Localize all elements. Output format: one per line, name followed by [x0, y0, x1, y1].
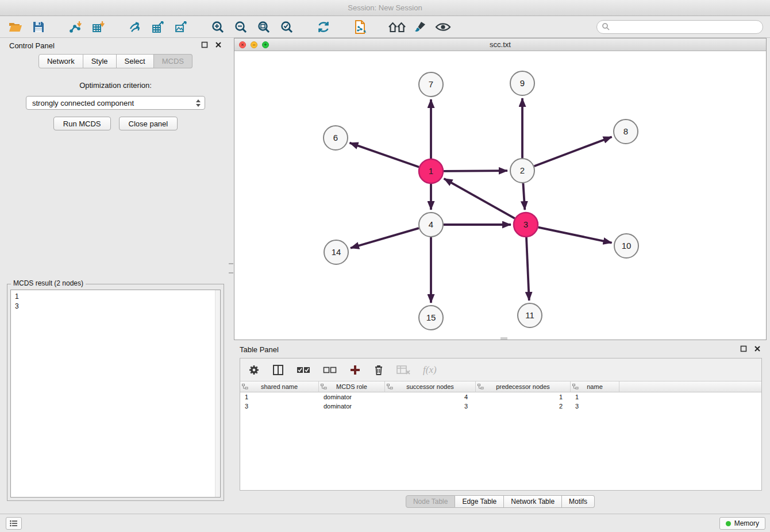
node-15[interactable]: 15 [419, 306, 443, 330]
node-14[interactable]: 14 [324, 240, 348, 264]
deselect-all-icon[interactable] [323, 366, 337, 374]
column-header-successor-nodes[interactable]: successor nodes [385, 381, 476, 392]
result-scrollbar[interactable] [215, 290, 220, 497]
node-11[interactable]: 11 [518, 303, 542, 327]
close-panel-icon[interactable] [215, 41, 222, 50]
table-cell[interactable]: dominator [319, 394, 385, 400]
table-cell[interactable]: dominator [319, 403, 385, 410]
svg-text:9: 9 [520, 78, 525, 88]
table-cell[interactable]: 4 [385, 394, 476, 400]
network-canvas[interactable]: 7968124314101511 [234, 51, 766, 340]
export-image-icon[interactable] [171, 17, 191, 37]
mcds-result-groupbox: MCDS result (2 nodes) 1 3 [7, 284, 224, 501]
node-6[interactable]: 6 [324, 126, 348, 150]
table-cell[interactable]: 3 [385, 403, 476, 410]
save-icon[interactable] [29, 17, 48, 37]
columns-icon[interactable] [272, 364, 284, 376]
node-9[interactable]: 9 [510, 71, 534, 95]
zoom-selected-icon[interactable] [277, 17, 297, 37]
node-3[interactable]: 3 [514, 213, 538, 237]
paint-style-icon[interactable] [410, 17, 430, 37]
node-4[interactable]: 4 [419, 213, 443, 237]
optimization-criterion-label: Optimization criterion: [3, 81, 228, 90]
window-resize-handle[interactable] [500, 337, 507, 340]
export-table-icon[interactable] [148, 17, 168, 37]
zoom-out-icon[interactable] [231, 17, 251, 37]
search-box[interactable] [596, 20, 763, 34]
table-row[interactable]: 3dominator323 [240, 402, 761, 411]
node-8[interactable]: 8 [614, 119, 638, 144]
table-tab-node-table[interactable]: Node Table [406, 495, 456, 508]
svg-text:11: 11 [525, 310, 534, 320]
minimize-window-icon[interactable]: − [251, 41, 257, 48]
edge-3-10[interactable] [538, 228, 612, 243]
node-7[interactable]: 7 [419, 72, 443, 97]
graph-svg: 7968124314101511 [234, 51, 766, 340]
table-cell[interactable]: 3 [240, 403, 319, 410]
tab-style[interactable]: Style [83, 54, 117, 68]
edge-3-11[interactable] [526, 237, 529, 300]
refresh-icon[interactable] [314, 17, 333, 37]
table-cell[interactable]: 1 [476, 394, 571, 400]
tab-select[interactable]: Select [117, 54, 154, 68]
column-header-name[interactable]: name [571, 381, 619, 392]
table-cell[interactable]: 1 [240, 394, 319, 400]
edge-4-14[interactable] [351, 228, 419, 248]
table-tab-motifs[interactable]: Motifs [562, 495, 595, 508]
mcds-result-area[interactable]: 1 3 [10, 290, 221, 498]
table-panel-tabs: Node TableEdge TableNetwork TableMotifs [234, 495, 767, 508]
close-window-icon[interactable]: × [239, 41, 246, 48]
table-body: 1dominator4113dominator323 [240, 392, 761, 411]
eye-icon[interactable] [433, 17, 453, 37]
dropdown-stepper-icon [196, 99, 201, 107]
zoom-fit-icon[interactable] [254, 17, 274, 37]
column-header-predecessor-nodes[interactable]: predecessor nodes [476, 381, 571, 392]
function-builder-icon[interactable]: f(x) [423, 364, 437, 376]
edge-2-8[interactable] [534, 137, 612, 166]
select-all-icon[interactable] [297, 366, 310, 374]
close-table-panel-icon[interactable] [754, 345, 761, 354]
gear-icon[interactable] [248, 364, 260, 376]
zoom-window-icon[interactable]: + [262, 41, 269, 48]
trash-icon[interactable] [374, 364, 384, 376]
network-document-icon[interactable] [351, 17, 370, 37]
share-network-icon[interactable] [125, 17, 145, 37]
column-header-MCDS-role[interactable]: MCDS role [319, 381, 385, 392]
import-network-icon[interactable] [66, 17, 85, 37]
delete-table-icon[interactable] [396, 365, 410, 375]
tab-network[interactable]: Network [38, 54, 83, 68]
search-input[interactable] [613, 21, 763, 33]
memory-label: Memory [734, 519, 759, 527]
table-cell[interactable]: 1 [571, 394, 619, 400]
table-panel-title: Table Panel [240, 345, 279, 354]
open-folder-icon[interactable] [6, 17, 25, 37]
table-tab-network-table[interactable]: Network Table [504, 495, 562, 508]
run-mcds-button[interactable]: Run MCDS [53, 117, 111, 130]
home-overview-icon[interactable] [387, 17, 407, 37]
float-table-panel-icon[interactable] [740, 345, 747, 354]
tab-mcds[interactable]: MCDS [154, 54, 192, 68]
task-list-button[interactable] [6, 517, 22, 530]
table-cell[interactable]: 2 [476, 403, 571, 410]
edge-3-1[interactable] [444, 179, 515, 218]
edge-1-6[interactable] [350, 143, 419, 167]
add-row-icon[interactable] [349, 364, 361, 376]
mcds-result-title: MCDS result (2 nodes) [11, 279, 86, 287]
node-2[interactable]: 2 [510, 159, 534, 183]
node-10[interactable]: 10 [614, 234, 638, 258]
close-panel-button[interactable]: Close panel [119, 117, 178, 130]
float-panel-icon[interactable] [201, 41, 208, 50]
table-cell[interactable]: 3 [571, 403, 619, 410]
memory-button[interactable]: Memory [719, 517, 765, 530]
zoom-in-icon[interactable] [208, 17, 228, 37]
column-header-shared-name[interactable]: shared name [240, 381, 319, 392]
edge-2-3[interactable] [523, 183, 525, 210]
import-table-icon[interactable] [88, 17, 108, 37]
table-row[interactable]: 1dominator411 [240, 392, 761, 402]
criterion-dropdown[interactable]: strongly connected component [26, 96, 205, 110]
node-1[interactable]: 1 [419, 159, 443, 183]
edge-1-2[interactable] [444, 171, 507, 171]
mcds-result-text: 1 3 [11, 290, 220, 313]
table-tab-edge-table[interactable]: Edge Table [455, 495, 504, 508]
panel-splitter[interactable] [229, 263, 233, 282]
